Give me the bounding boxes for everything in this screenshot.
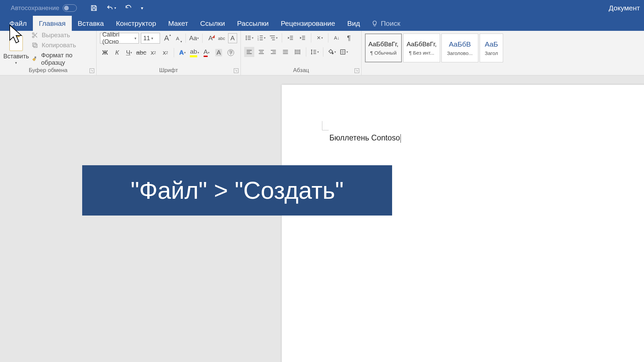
clipboard-launcher[interactable]: ↘ — [90, 68, 94, 73]
borders-button[interactable]: ▾ — [339, 47, 349, 57]
tab-mailings[interactable]: Рассылки — [231, 16, 275, 31]
tab-file[interactable]: Файл — [3, 16, 33, 31]
align-left-button[interactable] — [244, 47, 254, 57]
justify-button[interactable] — [280, 47, 290, 57]
save-icon[interactable] — [90, 4, 98, 12]
align-center-button[interactable] — [256, 47, 266, 57]
svg-rect-24 — [302, 38, 305, 38]
document-area[interactable]: Бюллетень Contoso — [0, 75, 644, 362]
svg-rect-34 — [271, 53, 276, 54]
char-shading-button[interactable]: A — [214, 48, 224, 58]
quick-access-toolbar: ▾ ▾ — [90, 4, 143, 12]
svg-rect-23 — [302, 36, 305, 37]
tab-layout[interactable]: Макет — [162, 16, 194, 31]
tab-review[interactable]: Рецензирование — [275, 16, 341, 31]
font-group-label: Шрифт — [97, 67, 240, 74]
show-marks-button[interactable]: ¶ — [344, 33, 354, 43]
document-text[interactable]: Бюллетень Contoso — [329, 133, 401, 143]
highlight-button[interactable]: ab▾ — [190, 48, 200, 58]
svg-rect-21 — [290, 38, 293, 38]
group-paragraph: ▾ 123▾ ▾ ✕▾ A↓ ¶ ▾ ▾ — [241, 31, 362, 75]
sort-button[interactable]: A↓ — [332, 33, 342, 43]
enclose-char-button[interactable]: 字 — [226, 48, 236, 58]
paste-button[interactable]: Вставить ▾ — [3, 33, 29, 65]
paragraph-group-label: Абзац — [241, 67, 361, 74]
copy-button[interactable]: Копировать — [32, 42, 93, 49]
scissors-icon — [32, 32, 38, 39]
svg-point-9 — [246, 39, 247, 40]
ribbon-tabs: Файл Главная Вставка Конструктор Макет С… — [0, 16, 644, 31]
paste-icon — [9, 36, 23, 51]
font-size-combo[interactable]: 11▾ — [141, 33, 160, 44]
tab-references[interactable]: Ссылки — [194, 16, 231, 31]
style-sample: АаБбВ — [449, 40, 471, 48]
distributed-button[interactable] — [292, 47, 303, 57]
svg-rect-36 — [283, 52, 288, 52]
decrease-indent-button[interactable] — [285, 33, 296, 43]
svg-rect-27 — [247, 52, 250, 52]
underline-button[interactable]: Ч▾ — [124, 48, 134, 58]
format-painter-icon — [32, 56, 38, 62]
paste-caret[interactable]: ▾ — [15, 61, 17, 65]
ribbon: Вставить ▾ Вырезать Копировать Формат по… — [0, 31, 644, 75]
clear-formatting-button[interactable]: A◢ — [206, 33, 215, 43]
undo-caret[interactable]: ▾ — [114, 6, 116, 10]
bold-button[interactable]: Ж — [100, 48, 110, 58]
tell-me-search[interactable]: Поиск — [366, 16, 406, 31]
svg-rect-12 — [260, 36, 263, 36]
style-normal[interactable]: АаБбВвГг, ¶ Обычный — [365, 34, 402, 62]
tab-home[interactable]: Главная — [33, 16, 72, 31]
autosave-group: Автосохранение — [11, 4, 77, 12]
font-color-button[interactable]: A▾ — [202, 48, 212, 58]
svg-rect-16 — [260, 40, 263, 40]
qat-customize-icon[interactable]: ▾ — [141, 5, 143, 11]
shading-button[interactable]: ▾ — [327, 47, 337, 57]
tab-design[interactable]: Конструктор — [110, 16, 162, 31]
cut-button[interactable]: Вырезать — [32, 32, 93, 39]
svg-rect-20 — [290, 36, 293, 37]
style-heading2[interactable]: АаБ Загол — [480, 34, 503, 62]
style-heading1[interactable]: АаБбВ Заголово... — [441, 34, 478, 62]
autosave-toggle[interactable] — [63, 4, 77, 12]
tab-view[interactable]: Вид — [341, 16, 366, 31]
caption-text: "Файл" > "Создать" — [131, 177, 344, 204]
page[interactable]: Бюллетень Contoso — [282, 85, 644, 362]
document-title: Документ — [609, 4, 640, 12]
format-painter-button[interactable]: Формат по образцу — [32, 52, 93, 66]
font-name-combo[interactable]: Calibri (Осно▾ — [100, 33, 139, 44]
italic-button[interactable]: К — [112, 48, 122, 58]
align-right-button[interactable] — [268, 47, 278, 57]
style-sample: АаБбВвГг, — [368, 41, 398, 48]
subscript-button[interactable]: x2 — [148, 48, 158, 58]
increase-indent-button[interactable] — [298, 33, 308, 43]
phonetic-guide-button[interactable]: abc — [217, 33, 226, 43]
text-effects-button[interactable]: A▾ — [177, 48, 187, 58]
svg-rect-10 — [248, 39, 251, 40]
superscript-button[interactable]: x2 — [160, 48, 170, 58]
undo-icon[interactable]: ▾ — [106, 4, 116, 12]
lightbulb-icon — [371, 20, 378, 27]
svg-point-0 — [33, 33, 34, 35]
svg-rect-3 — [33, 43, 36, 46]
line-spacing-button[interactable]: ▾ — [310, 47, 320, 57]
char-border-button[interactable]: A — [228, 33, 237, 43]
svg-rect-18 — [271, 38, 275, 38]
asian-layout-button[interactable]: ✕▾ — [315, 33, 325, 43]
font-launcher[interactable]: ↘ — [234, 68, 238, 73]
style-nospacing[interactable]: АаБбВвГг, ¶ Без инт... — [403, 34, 440, 62]
tutorial-caption: "Файл" > "Создать" — [82, 165, 392, 216]
grow-font-button[interactable]: A▴ — [162, 33, 171, 43]
strike-button[interactable]: abc — [136, 48, 146, 58]
shrink-font-button[interactable]: A▾ — [173, 33, 182, 43]
redo-icon[interactable] — [125, 4, 132, 12]
document-text-content: Бюллетень Contoso — [329, 133, 400, 142]
svg-rect-6 — [248, 36, 251, 37]
tab-insert[interactable]: Вставка — [72, 16, 110, 31]
numbering-button[interactable]: 123▾ — [256, 33, 266, 43]
svg-rect-33 — [273, 52, 276, 52]
bullets-button[interactable]: ▾ — [244, 33, 254, 43]
change-case-button[interactable]: Aa▾ — [189, 33, 199, 43]
multilevel-list-button[interactable]: ▾ — [268, 33, 278, 43]
style-name: ¶ Обычный — [370, 50, 397, 56]
paragraph-launcher[interactable]: ↘ — [355, 68, 359, 73]
